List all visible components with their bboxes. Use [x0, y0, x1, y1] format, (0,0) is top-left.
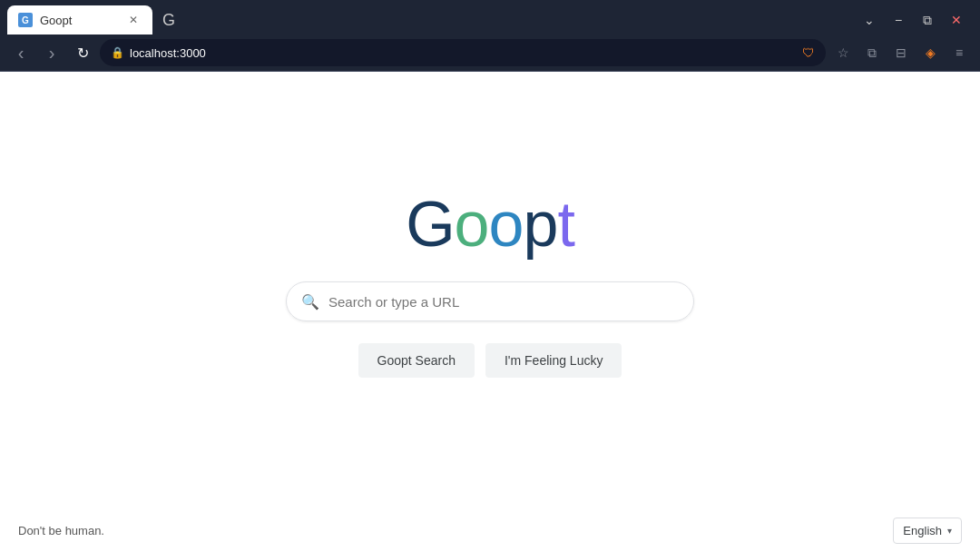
address-bar[interactable]: 🔒 localhost:3000 🛡	[100, 39, 826, 66]
brave-logo-icon: ◈	[926, 45, 936, 60]
browser-chrome: G Goopt ✕ G ⌄ − ⧉ ✕	[0, 0, 980, 72]
nav-bar: ‹ › ↻ 🔒 localhost:3000 🛡 ☆ ⧉ ⊟ ◈	[0, 34, 980, 71]
tab-favicon: G	[18, 13, 33, 27]
extensions-button[interactable]: ⧉	[858, 39, 886, 66]
feeling-lucky-button[interactable]: I'm Feeling Lucky	[485, 343, 622, 378]
logo-letter-o1: o	[455, 189, 489, 260]
bookmark-button[interactable]: ☆	[829, 39, 857, 66]
address-text: localhost:3000	[130, 46, 797, 60]
bookmark-icon: ☆	[838, 45, 849, 60]
tab-close-button[interactable]: ✕	[125, 12, 142, 28]
buttons-row: Goopt Search I'm Feeling Lucky	[358, 343, 622, 378]
new-tab-button[interactable]: G	[156, 7, 181, 33]
back-icon: ‹	[18, 43, 24, 64]
logo-letter-g: G	[406, 189, 454, 260]
logo-letter-o2: o	[489, 189, 524, 260]
language-label: English	[903, 524, 942, 537]
nav-bar-right: ☆ ⧉ ⊟ ◈ ≡	[829, 39, 973, 66]
chevron-down-icon: ▾	[947, 526, 952, 536]
forward-button[interactable]: ›	[38, 39, 65, 66]
brave-shield-icon: 🛡	[802, 45, 815, 60]
active-tab[interactable]: G Goopt ✕	[7, 5, 152, 34]
footer-right: English ▾	[893, 518, 962, 544]
brave-rewards-button[interactable]: ◈	[916, 39, 944, 66]
page-footer: Don't be human. English ▾	[0, 508, 980, 552]
site-logo: Goopt	[406, 192, 574, 256]
extensions-icon: ⧉	[867, 45, 877, 61]
back-button[interactable]: ‹	[7, 39, 34, 66]
goopt-search-button[interactable]: Goopt Search	[358, 343, 475, 378]
dropdown-button[interactable]: ⌄	[857, 7, 882, 33]
page-content: Goopt 🔍 Goopt Search I'm Feeling Lucky D…	[0, 72, 980, 552]
hamburger-icon: ≡	[956, 45, 963, 60]
menu-button[interactable]: ≡	[946, 39, 973, 66]
reload-button[interactable]: ↻	[69, 39, 96, 66]
tab-title: Goopt	[40, 14, 118, 27]
sidebar-toggle-button[interactable]: ⊟	[887, 39, 915, 66]
window-controls: ⌄ − ⧉ ✕	[857, 7, 973, 33]
footer-tagline: Don't be human.	[18, 524, 104, 537]
restore-button[interactable]: ⧉	[915, 7, 940, 33]
minimize-button[interactable]: −	[886, 7, 911, 33]
search-input[interactable]	[328, 294, 679, 310]
sidebar-icon: ⊟	[896, 45, 906, 60]
tab-bar: G Goopt ✕ G ⌄ − ⧉ ✕	[0, 0, 980, 34]
language-selector[interactable]: English ▾	[893, 518, 962, 544]
logo-letter-t: t	[557, 189, 573, 260]
forward-icon: ›	[49, 43, 55, 64]
main-area: Goopt 🔍 Goopt Search I'm Feeling Lucky	[0, 72, 980, 552]
search-bar[interactable]: 🔍	[286, 281, 694, 321]
search-icon: 🔍	[301, 293, 319, 310]
reload-icon: ↻	[77, 44, 89, 62]
logo-letter-p: p	[523, 189, 557, 260]
close-button[interactable]: ✕	[944, 7, 969, 33]
lock-icon: 🔒	[111, 46, 124, 59]
